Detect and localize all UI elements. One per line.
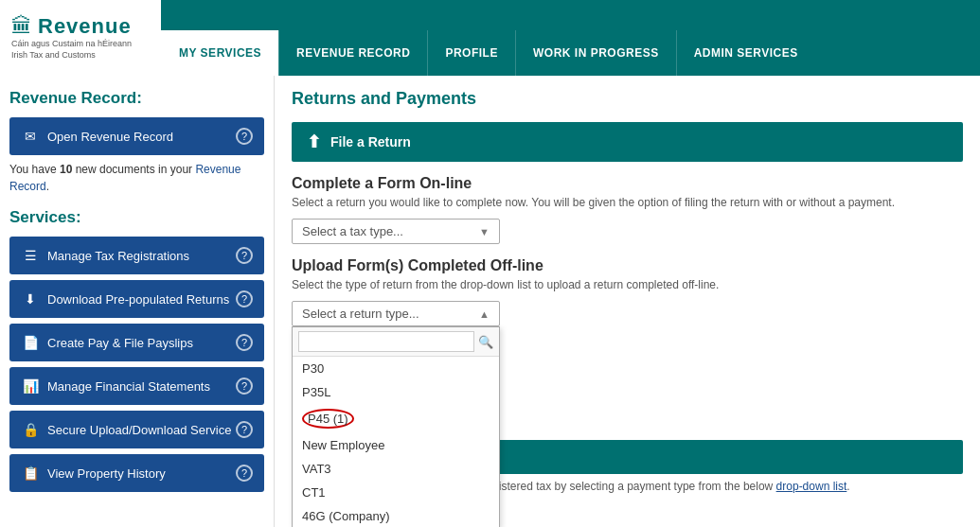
main-nav: MY SERVICES REVENUE RECORD PROFILE WORK …: [161, 0, 980, 76]
logo-area: 🏛 Revenue Cáin agus Custaim na hÉireann …: [0, 0, 161, 76]
payslips-icon: 📄: [21, 333, 40, 352]
upload-section: Upload Form(s) Completed Off-line Select…: [292, 257, 963, 326]
open-revenue-record-button[interactable]: ✉ Open Revenue Record ?: [9, 117, 264, 155]
secure-upload-help-icon[interactable]: ?: [236, 421, 253, 438]
download-returns-label: Download Pre-populated Returns: [47, 292, 229, 307]
revenue-record-title: Revenue Record:: [9, 89, 264, 108]
complete-form-heading: Complete a Form On-line: [292, 175, 963, 192]
logo-subtitle: Cáin agus Custaim na hÉireann: [11, 39, 132, 50]
return-type-dropdown-container: Select a return type... ▲ 🔍 P30 P35L P45…: [292, 301, 500, 326]
new-docs-count: 10: [60, 163, 72, 176]
file-return-bar: ⬆ File a Return: [292, 122, 963, 162]
complete-form-desc: Select a return you would like to comple…: [292, 196, 963, 209]
upload-icon: ⬆: [307, 132, 321, 152]
dropdown-search-row: 🔍: [293, 327, 499, 357]
manage-financial-help-icon[interactable]: ?: [236, 378, 253, 395]
create-payslips-button[interactable]: 📄 Create Pay & File Payslips ?: [9, 324, 264, 361]
manage-financial-statements-button[interactable]: 📊 Manage Financial Statements ?: [9, 367, 264, 405]
dropdown-popup: 🔍 P30 P35L P45 (1) New Employee VAT3 CT1…: [292, 326, 500, 527]
page-title: Returns and Payments: [292, 89, 963, 109]
envelope-icon: ✉: [21, 127, 40, 146]
brand-name: Revenue: [38, 14, 132, 39]
search-icon: 🔍: [478, 335, 493, 349]
secure-upload-label: Secure Upload/Download Service: [47, 423, 231, 437]
file-return-label: File a Return: [330, 134, 411, 149]
view-property-history-button[interactable]: 📋 View Property History ?: [9, 454, 264, 492]
dropdown-list: P30 P35L P45 (1) New Employee VAT3 CT1 4…: [293, 357, 499, 527]
nav-tab-revenue-record[interactable]: REVENUE RECORD: [278, 30, 427, 76]
nav-tab-work-in-progress[interactable]: WORK IN PROGRESS: [515, 30, 676, 76]
create-payslips-help-icon[interactable]: ?: [236, 334, 253, 351]
dropdown-item-p30[interactable]: P30: [293, 357, 499, 380]
dropdown-item-new-employee[interactable]: New Employee: [293, 433, 499, 457]
main-container: Revenue Record: ✉ Open Revenue Record ? …: [0, 76, 980, 527]
dropdown-item-p45-1[interactable]: P45 (1): [293, 404, 499, 433]
manage-financial-label: Manage Financial Statements: [47, 379, 210, 394]
services-title: Services:: [9, 208, 264, 227]
download-returns-help-icon[interactable]: ?: [236, 290, 253, 307]
tax-reg-icon: ☰: [21, 246, 40, 265]
select-return-type[interactable]: Select a return type... ▲: [292, 301, 500, 326]
revenue-logo: 🏛 Revenue Cáin agus Custaim na hÉireann …: [11, 14, 132, 61]
upload-heading: Upload Form(s) Completed Off-line: [292, 257, 963, 274]
main-content: Returns and Payments ⬆ File a Return Com…: [275, 76, 980, 527]
nav-tab-admin-services[interactable]: ADMIN SERVICES: [676, 30, 815, 76]
select-return-arrow: ▲: [479, 308, 490, 320]
highlighted-label: P45 (1): [302, 409, 354, 429]
lock-icon: 🔒: [21, 420, 40, 439]
download-returns-button[interactable]: ⬇ Download Pre-populated Returns ?: [9, 280, 264, 318]
open-revenue-record-label: Open Revenue Record: [47, 130, 173, 144]
header: 🏛 Revenue Cáin agus Custaim na hÉireann …: [0, 0, 980, 76]
dropdown-item-46g-company[interactable]: 46G (Company): [293, 504, 499, 527]
create-payslips-label: Create Pay & File Payslips: [47, 336, 193, 350]
dropdown-item-vat3[interactable]: VAT3: [293, 457, 499, 481]
dropdown-search-input[interactable]: [298, 331, 474, 352]
logo-tagline: Irish Tax and Customs: [11, 50, 96, 61]
manage-tax-help-icon[interactable]: ?: [236, 247, 253, 264]
select-tax-arrow: ▼: [479, 226, 490, 237]
select-tax-placeholder: Select a tax type...: [302, 224, 403, 238]
open-revenue-help-icon[interactable]: ?: [236, 128, 253, 145]
revenue-record-message: You have 10 new documents in your Revenu…: [9, 161, 264, 195]
secure-upload-button[interactable]: 🔒 Secure Upload/Download Service ?: [9, 411, 264, 448]
harp-icon: 🏛: [11, 14, 32, 39]
download-icon: ⬇: [21, 290, 40, 308]
property-icon: 📋: [21, 464, 40, 483]
select-return-placeholder: Select a return type...: [302, 307, 419, 321]
nav-tab-profile[interactable]: PROFILE: [427, 30, 515, 76]
dropdown-item-p35l[interactable]: P35L: [293, 380, 499, 404]
view-property-label: View Property History: [47, 466, 166, 481]
manage-tax-registrations-button[interactable]: ☰ Manage Tax Registrations ?: [9, 237, 264, 274]
upload-desc: Select the type of return from the drop-…: [292, 278, 963, 291]
manage-tax-label: Manage Tax Registrations: [47, 249, 189, 263]
financial-icon: 📊: [21, 377, 40, 395]
drop-down-list-link[interactable]: drop-down list: [776, 480, 847, 493]
view-property-help-icon[interactable]: ?: [236, 465, 253, 482]
nav-tab-my-services[interactable]: MY SERVICES: [161, 30, 278, 76]
select-tax-type[interactable]: Select a tax type... ▼: [292, 219, 500, 244]
dropdown-item-ct1[interactable]: CT1: [293, 481, 499, 504]
sidebar: Revenue Record: ✉ Open Revenue Record ? …: [0, 76, 275, 527]
tax-type-select-row: Select a tax type... ▼: [292, 219, 963, 244]
